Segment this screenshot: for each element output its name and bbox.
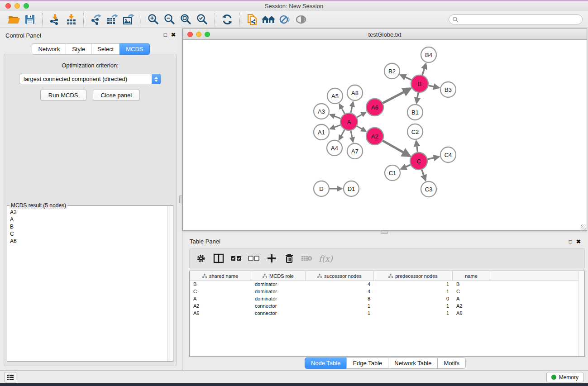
tab-node-table[interactable]: Node Table bbox=[305, 357, 347, 369]
float-table-panel-icon[interactable]: □ bbox=[569, 238, 572, 245]
graph-edge-C-C3[interactable] bbox=[422, 170, 425, 180]
tab-mcds[interactable]: MCDS bbox=[120, 43, 149, 55]
graph-node-A7[interactable]: A7 bbox=[347, 143, 363, 159]
graph-node-A6[interactable]: A6 bbox=[366, 99, 383, 116]
graph-node-C1[interactable]: C1 bbox=[385, 165, 400, 181]
export-image-icon[interactable] bbox=[120, 12, 137, 27]
column-header-predecessor-nodes[interactable]: predecessor nodes bbox=[374, 271, 453, 281]
split-handle-bottom[interactable] bbox=[381, 231, 388, 234]
graph-node-B4[interactable]: B4 bbox=[421, 47, 436, 62]
close-panel-button[interactable]: Close panel bbox=[93, 90, 140, 101]
graph-node-A8[interactable]: A8 bbox=[347, 85, 363, 100]
import-table-icon[interactable] bbox=[63, 12, 79, 27]
result-item-A6[interactable]: A6 bbox=[8, 238, 167, 245]
graph-node-D1[interactable]: D1 bbox=[344, 181, 359, 196]
network-canvas[interactable]: B4B2BB3A8A5A6A3B1AC2A1A2A4A7C4CC1C3DD1 bbox=[183, 40, 587, 232]
graph-node-B3[interactable]: B3 bbox=[440, 82, 456, 97]
zoom-fit-icon[interactable] bbox=[178, 12, 194, 27]
column-header-MCDS-role[interactable]: MCDS role bbox=[251, 271, 306, 281]
save-icon[interactable] bbox=[22, 12, 38, 27]
graph-edge-A-A1[interactable] bbox=[330, 125, 341, 129]
table-row-A6[interactable]: A6connector11A6 bbox=[190, 310, 584, 317]
refresh-icon[interactable] bbox=[219, 12, 235, 27]
graph-edge-A-A3[interactable] bbox=[330, 114, 341, 119]
duplicate-network-icon[interactable] bbox=[244, 12, 260, 27]
run-mcds-button[interactable]: Run MCDS bbox=[40, 90, 86, 101]
checked-checkboxes-icon[interactable] bbox=[229, 251, 244, 266]
trash-icon[interactable] bbox=[282, 251, 297, 266]
unchecked-checkboxes-icon[interactable] bbox=[246, 251, 262, 266]
graph-edge-C-C4[interactable] bbox=[428, 157, 439, 159]
result-scrollbar[interactable] bbox=[167, 206, 173, 361]
split-handle-left[interactable] bbox=[179, 195, 182, 203]
resize-grip[interactable] bbox=[581, 224, 586, 230]
graph-node-C2[interactable]: C2 bbox=[407, 124, 423, 139]
table-row-C[interactable]: Cdominator41C bbox=[190, 288, 584, 295]
tab-network[interactable]: Network bbox=[32, 43, 66, 55]
search-field[interactable] bbox=[449, 14, 583, 24]
close-table-panel-icon[interactable]: ✖ bbox=[576, 238, 581, 245]
table-row-A2[interactable]: A2connector11A2 bbox=[190, 303, 584, 310]
export-table-icon[interactable] bbox=[104, 12, 120, 27]
graph-node-A2[interactable]: A2 bbox=[366, 128, 383, 145]
optimization-dropdown[interactable]: largest connected component (directed) bbox=[19, 74, 161, 84]
graph-node-B1[interactable]: B1 bbox=[407, 105, 423, 120]
zoom-selected-icon[interactable] bbox=[194, 12, 210, 27]
network-window-titlebar[interactable]: testGlobe.txt bbox=[183, 29, 587, 40]
search-input[interactable] bbox=[461, 16, 574, 23]
memory-button[interactable]: Memory bbox=[546, 372, 583, 382]
tab-network-table[interactable]: Network Table bbox=[388, 357, 438, 369]
graph-edge-A-A6[interactable] bbox=[357, 112, 366, 117]
table-row-A[interactable]: Adominator80A bbox=[190, 295, 584, 303]
graph-edge-A-A4[interactable] bbox=[339, 130, 344, 140]
gear-icon[interactable] bbox=[193, 251, 209, 266]
result-item-B[interactable]: B bbox=[8, 223, 167, 230]
graph-node-C[interactable]: C bbox=[410, 152, 427, 170]
column-header-shared-name[interactable]: shared name bbox=[190, 271, 251, 281]
split-columns-icon[interactable] bbox=[211, 251, 226, 266]
table-row-B[interactable]: Bdominator41B bbox=[190, 281, 584, 288]
add-icon[interactable] bbox=[264, 251, 279, 266]
graph-node-C3[interactable]: C3 bbox=[421, 181, 436, 197]
graph-edge-B-B3[interactable] bbox=[429, 86, 439, 88]
import-network-icon[interactable] bbox=[47, 12, 63, 27]
table-scrollbar[interactable] bbox=[578, 271, 584, 356]
graph-edge-A-A2[interactable] bbox=[357, 126, 366, 131]
graph-edge-A-A8[interactable] bbox=[351, 102, 353, 113]
graph-node-B[interactable]: B bbox=[411, 75, 428, 92]
graph-node-D[interactable]: D bbox=[314, 181, 329, 196]
graph-edge-B-B4[interactable] bbox=[422, 64, 426, 75]
graph-node-A1[interactable]: A1 bbox=[314, 124, 329, 140]
column-header-name[interactable]: name bbox=[453, 271, 490, 281]
column-header-successor-nodes[interactable]: successor nodes bbox=[306, 271, 374, 281]
graph-edge-C-C1[interactable] bbox=[401, 165, 411, 169]
hide-panel-icon[interactable] bbox=[277, 12, 293, 27]
eye-icon[interactable] bbox=[293, 12, 309, 27]
home-icon[interactable] bbox=[260, 12, 277, 27]
graph-edge-A2-C[interactable] bbox=[382, 141, 410, 156]
export-network-icon[interactable] bbox=[88, 12, 104, 27]
graph-node-C4[interactable]: C4 bbox=[440, 147, 456, 162]
tab-motifs[interactable]: Motifs bbox=[437, 357, 466, 369]
graph-node-A5[interactable]: A5 bbox=[327, 88, 343, 104]
graph-node-A4[interactable]: A4 bbox=[327, 140, 342, 156]
tab-select[interactable]: Select bbox=[91, 43, 120, 55]
graph-edge-A6-B[interactable] bbox=[383, 89, 411, 103]
graph-edge-A-A7[interactable] bbox=[351, 131, 353, 142]
float-panel-icon[interactable]: □ bbox=[164, 32, 167, 38]
zoom-out-icon[interactable] bbox=[162, 12, 178, 27]
tab-style[interactable]: Style bbox=[66, 43, 91, 55]
graph-edge-B-B1[interactable] bbox=[416, 93, 418, 103]
graph-node-A[interactable]: A bbox=[340, 113, 358, 130]
zoom-in-icon[interactable] bbox=[145, 12, 162, 27]
tab-edge-table[interactable]: Edge Table bbox=[346, 357, 388, 369]
close-panel-icon[interactable]: ✖ bbox=[171, 32, 176, 38]
graph-node-A3[interactable]: A3 bbox=[314, 104, 329, 119]
graph-node-B2[interactable]: B2 bbox=[384, 63, 400, 79]
graph-edge-A-A5[interactable] bbox=[339, 104, 344, 114]
result-item-C[interactable]: C bbox=[8, 230, 167, 238]
task-history-button[interactable] bbox=[4, 372, 16, 382]
graph-edge-B-B2[interactable] bbox=[401, 75, 411, 80]
graph-edge-C-C2[interactable] bbox=[416, 141, 418, 152]
result-item-A[interactable]: A bbox=[8, 216, 167, 223]
